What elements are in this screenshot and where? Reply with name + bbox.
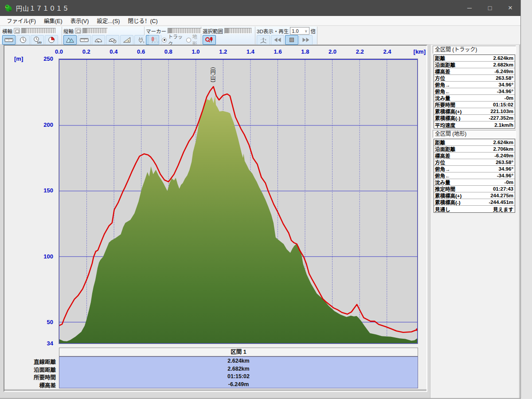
stat-row: 方位263.58° bbox=[434, 75, 515, 82]
menu-item-1[interactable]: 編集(E) bbox=[40, 16, 66, 26]
menubar: ファイル(F)編集(E)表示(V)設定...(S)閉じる！(C) bbox=[0, 16, 520, 26]
toolbar-button-gauge-clock[interactable] bbox=[106, 35, 119, 45]
stats-table: 距離2.624km沿面距離2.706km標高差-6.249m方位263.58°俯… bbox=[434, 139, 515, 213]
stat-row: 累積標高(+)221.103m bbox=[434, 108, 515, 115]
summit-label: （円山） bbox=[210, 63, 215, 86]
scale-slider[interactable] bbox=[168, 28, 202, 34]
minimize-button[interactable]: ─ bbox=[459, 0, 480, 16]
stat-label: 標高差 bbox=[435, 152, 450, 159]
clock-icon bbox=[19, 36, 27, 43]
elevation-plot[interactable]: （円山） bbox=[59, 59, 418, 344]
stat-value: -0m bbox=[505, 95, 513, 101]
menu-item-2[interactable]: 表示(V) bbox=[66, 16, 93, 26]
workspace: （円山） 区間 1 2.624km2.682km01:15:02-6.249m … bbox=[0, 45, 520, 398]
toolbar-button-rewind[interactable] bbox=[271, 35, 284, 45]
titlebar: 円山１７１０１５ ─ □ × bbox=[0, 0, 520, 16]
x-axis-tick-label: 2.4 bbox=[379, 48, 396, 55]
stat-value: -34.96° bbox=[497, 89, 513, 94]
stat-row: 俯角←-34.96° bbox=[434, 172, 515, 179]
stat-label: 距離 bbox=[435, 139, 445, 146]
menu-item-3[interactable]: 設定...(S) bbox=[93, 16, 124, 26]
stat-label: 標高差 bbox=[435, 68, 450, 75]
menu-item-0[interactable]: ファイル(F) bbox=[3, 16, 40, 26]
stat-row: 累積標高(-)-244.451m bbox=[434, 199, 515, 206]
stats-section-title: 全区間 (トラック) bbox=[433, 46, 516, 54]
segment-value: 01:15:02 bbox=[59, 373, 418, 381]
stat-value: 244.275m bbox=[490, 193, 513, 198]
toolbar-button-ruler[interactable] bbox=[78, 35, 91, 45]
stat-value: 2.1km/h bbox=[494, 122, 513, 128]
stat-value: -244.451m bbox=[489, 200, 513, 205]
stat-value: 01:27:43 bbox=[493, 186, 513, 192]
segment-value: -6.249m bbox=[59, 381, 418, 389]
panel-bottom-strip bbox=[4, 389, 426, 391]
stat-row: 推定時間01:27:43 bbox=[434, 186, 515, 192]
stat-row: 沿面距離2.706km bbox=[434, 146, 515, 153]
toolbar-button-fast-forward[interactable] bbox=[299, 35, 313, 45]
toolbar-group-label: 縦軸 bbox=[63, 27, 74, 35]
mountain-icon bbox=[66, 36, 74, 43]
toolbar-button-slope[interactable] bbox=[120, 35, 133, 45]
x-axis-tick-label: 1.2 bbox=[214, 48, 232, 55]
x-axis-tick-label: 1.6 bbox=[269, 48, 287, 55]
segment-label: 所要時間 bbox=[4, 373, 56, 380]
x-axis-tick-label: 0.6 bbox=[132, 48, 150, 55]
stat-value: -227.352m bbox=[489, 115, 513, 121]
app-window: 円山１７１０１５ ─ □ × ファイル(F)編集(E)表示(V)設定...(S)… bbox=[0, 0, 520, 398]
scale-slider[interactable] bbox=[82, 28, 108, 34]
toolbar-button-rotate-3d[interactable] bbox=[257, 35, 270, 45]
toolbar-button-clock[interactable] bbox=[16, 35, 30, 45]
toolbar-group-0: 横軸123 bbox=[1, 27, 62, 44]
stat-value: 見えます bbox=[493, 206, 513, 213]
stat-value: 34.96° bbox=[499, 82, 513, 87]
segment-value: 2.624km bbox=[59, 358, 418, 365]
stat-value: -0m bbox=[505, 180, 513, 185]
stat-value: 01:15:02 bbox=[493, 102, 513, 107]
segment-header: 区間 1 bbox=[59, 348, 418, 356]
stat-label: 累積標高(-) bbox=[435, 199, 461, 206]
stat-label: 累積標高(+) bbox=[435, 108, 462, 115]
stat-label: 俯角→ bbox=[435, 81, 450, 88]
toolbar-button-stop[interactable] bbox=[285, 35, 298, 45]
playback-speed-suffix: 倍 bbox=[311, 27, 316, 35]
stat-value: 2.624km bbox=[493, 140, 513, 145]
close-button[interactable]: × bbox=[500, 0, 520, 16]
stats-table: 距離2.624km沿面距離2.682km標高差-6.249m方位263.58°俯… bbox=[434, 55, 515, 129]
toolbar-button-gauge[interactable] bbox=[92, 35, 105, 45]
toolbar-button-mountain[interactable] bbox=[63, 35, 77, 45]
scale-slider[interactable] bbox=[224, 28, 252, 34]
stat-row: 方位263.58° bbox=[434, 159, 515, 166]
x-axis-tick-label: 2.2 bbox=[351, 48, 369, 55]
toolbar-button-pin-pair[interactable] bbox=[203, 35, 216, 45]
toolbar-button-ruler[interactable] bbox=[2, 35, 16, 45]
stat-value: 263.58° bbox=[496, 75, 513, 81]
y-axis-tick-label: 200 bbox=[30, 121, 53, 128]
axis-options-button[interactable] bbox=[75, 28, 81, 34]
stat-row: 距離2.624km bbox=[434, 139, 515, 146]
stat-label: 所要時間 bbox=[435, 101, 455, 108]
axis-options-button[interactable] bbox=[14, 28, 20, 34]
stat-value: -6.249m bbox=[494, 69, 513, 74]
stat-label: 累積標高(+) bbox=[435, 192, 462, 199]
x-axis-tick-label: 1.8 bbox=[296, 48, 314, 55]
playback-speed-select[interactable]: 1.0∨ bbox=[290, 27, 309, 35]
maximize-button[interactable]: □ bbox=[480, 0, 500, 16]
toolbar-group-1: 縦軸12 bbox=[62, 27, 145, 44]
x-axis-tick-label: 1.0 bbox=[187, 48, 205, 55]
toolbar-button-clock-pie[interactable] bbox=[45, 35, 58, 45]
ruler-icon bbox=[4, 36, 13, 43]
stat-row: 沈み量-0m bbox=[434, 95, 515, 102]
toolbar-button-plug-2: 2 bbox=[149, 35, 162, 45]
stat-value: -34.96° bbox=[497, 173, 513, 178]
scale-slider[interactable] bbox=[21, 28, 56, 34]
toolbar-button-clock-123[interactable]: 123 bbox=[31, 35, 44, 45]
stat-row: 俯角→34.96° bbox=[434, 166, 515, 172]
menu-item-4[interactable]: 閉じる！(C) bbox=[124, 16, 161, 26]
toolbar-group-4: 3D表示・再生1.0∨倍 bbox=[255, 27, 317, 44]
radio-dot-icon bbox=[186, 38, 191, 43]
gauge-icon bbox=[94, 36, 103, 43]
stat-row: 標高差-6.249m bbox=[434, 68, 515, 75]
segment-value: 2.682km bbox=[59, 366, 418, 373]
stat-row: 俯角→34.96° bbox=[434, 82, 515, 88]
x-axis-tick-label: 2.0 bbox=[324, 48, 341, 55]
